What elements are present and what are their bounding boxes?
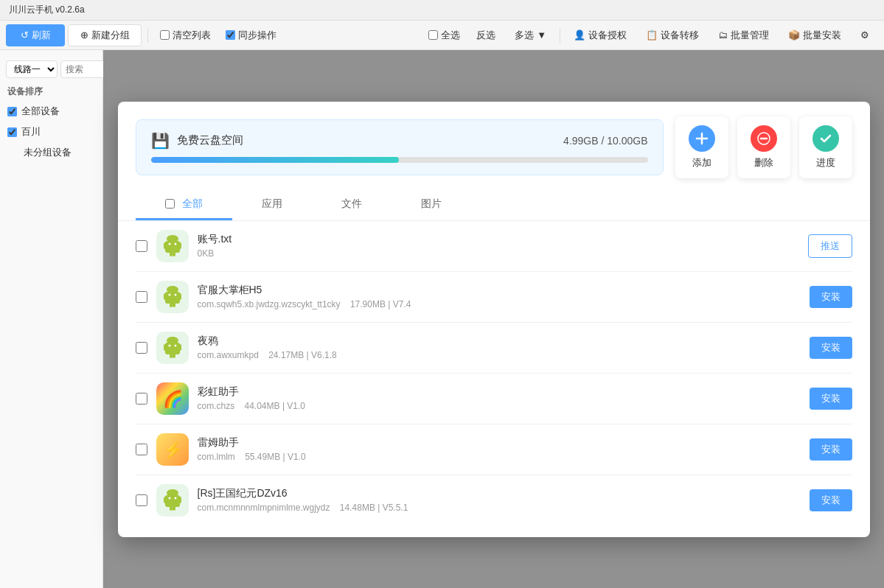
install-button-5[interactable]: 安装 bbox=[810, 438, 852, 461]
file-checkbox-2[interactable] bbox=[136, 291, 147, 303]
file-info-5: 雷姆助手 com.lmlm 55.49MB | V1.0 bbox=[198, 436, 801, 462]
refresh-button[interactable]: ↺ 刷新 bbox=[6, 24, 65, 46]
add-icon bbox=[689, 125, 715, 152]
add-button[interactable]: 添加 bbox=[675, 116, 728, 178]
batch-manage-button[interactable]: 🗂 批量管理 bbox=[709, 24, 778, 46]
tab-apps[interactable]: 应用 bbox=[232, 190, 312, 220]
toolbar-right: 全选 反选 多选 ▼ 👤 设备授权 📋 设备转移 🗂 批量管理 📦 批量安装 ⚙ bbox=[422, 24, 878, 46]
sync-operation-toggle[interactable]: 同步操作 bbox=[220, 26, 282, 45]
delete-button[interactable]: 删除 bbox=[737, 116, 790, 178]
baichuan-checkbox[interactable] bbox=[7, 127, 17, 137]
install-button-3[interactable]: 安装 bbox=[810, 337, 852, 359]
tab-files[interactable]: 文件 bbox=[312, 190, 391, 220]
multi-select-button[interactable]: 多选 ▼ bbox=[506, 24, 555, 46]
file-name-6: [Rs]王国纪元DZv16 bbox=[198, 487, 801, 500]
file-row: ⚡ 雷姆助手 com.lmlm 55.49MB | V1.0 安装 bbox=[136, 424, 852, 475]
file-checkbox-4[interactable] bbox=[136, 393, 147, 405]
svg-rect-11 bbox=[164, 293, 167, 300]
clear-list-checkbox[interactable] bbox=[160, 30, 170, 40]
file-checkbox-5[interactable] bbox=[136, 444, 147, 455]
sidebar-controls: 线路一 bbox=[0, 56, 102, 83]
svg-rect-10 bbox=[165, 292, 180, 304]
sidebar-item-all-devices[interactable]: 全部设备 bbox=[0, 101, 102, 122]
tab-files-label: 文件 bbox=[341, 197, 362, 211]
file-name-1: 账号.txt bbox=[198, 233, 799, 246]
progress-button[interactable]: 进度 bbox=[799, 116, 852, 178]
delete-label: 删除 bbox=[754, 156, 773, 169]
install-button-6[interactable]: 安装 bbox=[810, 489, 852, 511]
svg-rect-4 bbox=[178, 242, 181, 249]
tab-images-label: 图片 bbox=[421, 197, 442, 211]
refresh-icon: ↺ bbox=[21, 29, 29, 41]
device-transfer-button[interactable]: 📋 设备转移 bbox=[637, 24, 708, 46]
svg-rect-31 bbox=[164, 497, 167, 503]
sidebar-item-ungrouped[interactable]: 未分组设备 bbox=[0, 142, 102, 163]
storage-bar-fill bbox=[151, 157, 399, 163]
storage-size: 4.99GB / 10.00GB bbox=[563, 135, 647, 147]
svg-text:⚡: ⚡ bbox=[162, 440, 183, 460]
file-icon-6 bbox=[156, 484, 189, 517]
file-icon-3 bbox=[156, 332, 189, 364]
clear-list-toggle[interactable]: 清空列表 bbox=[154, 26, 217, 45]
all-devices-checkbox[interactable] bbox=[7, 107, 17, 116]
tab-all[interactable]: 全部 bbox=[136, 190, 232, 220]
batch-install-button[interactable]: 📦 批量安装 bbox=[779, 24, 850, 46]
modal-overlay[interactable]: 💾 免费云盘空间 4.99GB / 10.00GB bbox=[103, 50, 884, 588]
toolbar-divider-2 bbox=[560, 28, 560, 43]
push-button-1[interactable]: 推送 bbox=[808, 234, 852, 258]
file-meta-6: com.mcnmnnmlmpnimlme.wgjydz 14.48MB | V5… bbox=[198, 503, 801, 513]
svg-point-35 bbox=[168, 497, 170, 499]
refresh-label: 刷新 bbox=[32, 29, 51, 42]
new-group-button[interactable]: ⊕ 新建分组 bbox=[68, 24, 142, 46]
progress-icon bbox=[812, 125, 839, 152]
svg-rect-18 bbox=[165, 343, 180, 354]
invert-select-button[interactable]: 反选 bbox=[467, 24, 504, 46]
file-info-4: 彩虹助手 com.chzs 44.04MB | V1.0 bbox=[198, 385, 801, 411]
file-checkbox-3[interactable] bbox=[136, 342, 147, 354]
sync-operation-checkbox[interactable] bbox=[226, 30, 235, 40]
person-icon: 👤 bbox=[574, 29, 585, 41]
select-all-label: 全选 bbox=[441, 29, 460, 42]
line-select[interactable]: 线路一 bbox=[6, 60, 58, 78]
file-icon-5: ⚡ bbox=[156, 433, 189, 466]
svg-point-7 bbox=[168, 242, 170, 245]
file-info-2: 官服大掌柜H5 com.sqwh5.xb.jwdzg.wzscykt_tt1ck… bbox=[198, 284, 801, 309]
svg-rect-12 bbox=[178, 293, 181, 300]
install-icon: 📦 bbox=[788, 29, 800, 41]
select-all-toggle[interactable]: 全选 bbox=[422, 26, 466, 45]
svg-point-24 bbox=[174, 344, 176, 346]
file-checkbox-1[interactable] bbox=[136, 240, 147, 252]
svg-rect-13 bbox=[170, 303, 173, 307]
settings-button[interactable]: ⚙ bbox=[852, 24, 878, 46]
install-button-4[interactable]: 安装 bbox=[810, 388, 852, 410]
select-all-checkbox[interactable] bbox=[428, 30, 438, 40]
chevron-down-icon: ▼ bbox=[537, 29, 546, 41]
tab-images[interactable]: 图片 bbox=[391, 190, 471, 220]
file-checkbox-6[interactable] bbox=[136, 494, 147, 506]
sort-label: 设备排序 bbox=[0, 83, 102, 101]
sidebar: 线路一 设备排序 全部设备 百川 未分组设备 bbox=[0, 50, 103, 588]
svg-rect-19 bbox=[164, 344, 167, 351]
modal-header: 💾 免费云盘空间 4.99GB / 10.00GB bbox=[118, 102, 870, 178]
file-name-4: 彩虹助手 bbox=[198, 385, 801, 399]
toolbar-divider-1 bbox=[147, 28, 148, 43]
device-auth-button[interactable]: 👤 设备授权 bbox=[565, 24, 636, 46]
tab-apps-label: 应用 bbox=[262, 197, 282, 211]
sidebar-item-baichuan[interactable]: 百川 bbox=[0, 122, 102, 142]
file-row: 官服大掌柜H5 com.sqwh5.xb.jwdzg.wzscykt_tt1ck… bbox=[136, 272, 852, 323]
main-layout: 线路一 设备排序 全部设备 百川 未分组设备 bbox=[0, 50, 884, 588]
gear-icon: ⚙ bbox=[860, 29, 869, 41]
delete-icon bbox=[751, 125, 777, 152]
add-label: 添加 bbox=[692, 156, 711, 169]
multi-select-label: 多选 bbox=[515, 29, 534, 42]
clear-list-label: 清空列表 bbox=[173, 29, 211, 42]
file-row: 🌈 彩虹助手 com.chzs 44.04MB | V1.0 安装 bbox=[136, 374, 852, 424]
svg-text:🌈: 🌈 bbox=[162, 389, 183, 409]
install-button-2[interactable]: 安装 bbox=[810, 286, 852, 308]
toolbar: ↺ 刷新 ⊕ 新建分组 清空列表 同步操作 全选 反选 多选 ▼ 👤 设备授权 … bbox=[0, 21, 884, 50]
svg-rect-3 bbox=[164, 242, 167, 249]
all-devices-label: 全部设备 bbox=[21, 105, 60, 118]
tab-all-checkbox[interactable] bbox=[165, 199, 175, 209]
svg-rect-34 bbox=[173, 506, 175, 511]
batch-manage-label: 批量管理 bbox=[731, 29, 769, 42]
